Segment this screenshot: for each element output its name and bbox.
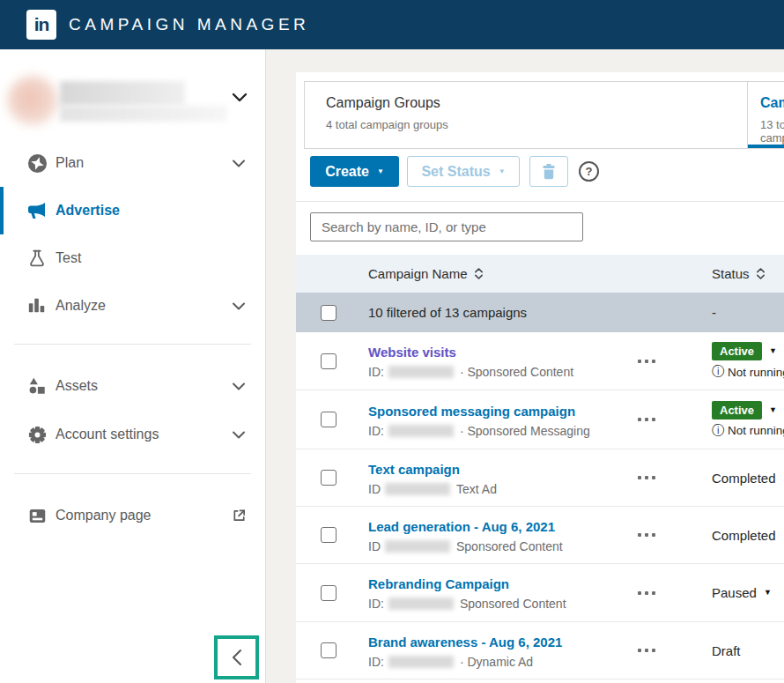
sidebar-item-label: Advertise — [55, 203, 120, 219]
chevron-down-icon — [231, 298, 247, 314]
column-header-campaign-name[interactable]: Campaign Name — [368, 266, 615, 281]
bar-chart-icon — [26, 295, 48, 316]
status-dropdown[interactable]: Paused ▼ — [712, 585, 784, 600]
app-title: CAMPAIGN MANAGER — [69, 0, 309, 49]
column-label: Status — [712, 266, 750, 281]
divider — [296, 201, 784, 202]
campaign-meta: ID:Sponsored Content — [368, 597, 615, 611]
campaign-table-body: Website visits ID:· Sponsored Content Ac… — [296, 332, 784, 679]
row-checkbox[interactable] — [321, 585, 337, 601]
chevron-down-icon — [231, 378, 247, 394]
campaign-meta: ID:· Sponsored Messaging — [368, 424, 615, 438]
row-menu-button[interactable] — [615, 360, 712, 363]
status-text: Draft — [712, 643, 784, 658]
sort-icon — [756, 267, 766, 280]
row-checkbox[interactable] — [321, 412, 337, 427]
set-status-button[interactable]: Set Status ▼ — [407, 156, 520, 187]
gear-icon — [26, 424, 48, 445]
table-row: Lead generation - Aug 6, 2021 IDSponsore… — [296, 507, 784, 564]
compass-icon — [26, 152, 48, 174]
status-note: ⓘ Not running — [712, 423, 784, 439]
campaign-meta: IDSponsored Content — [368, 539, 615, 553]
flask-icon — [26, 248, 48, 269]
table-row: Rebranding Campaign ID:Sponsored Content… — [296, 564, 784, 622]
select-all-checkbox[interactable] — [321, 305, 337, 321]
row-checkbox[interactable] — [321, 470, 337, 486]
sidebar-item-account-settings[interactable]: Account settings — [0, 411, 266, 458]
tab-subtitle: 4 total campaign groups — [326, 118, 747, 131]
caret-down-icon: ▼ — [377, 168, 384, 175]
sidebar-item-plan[interactable]: Plan — [0, 139, 266, 187]
caret-down-icon: ▼ — [769, 347, 777, 355]
column-header-status[interactable]: Status — [712, 266, 784, 281]
sidebar-item-label: Test — [55, 250, 81, 266]
chevron-down-icon — [231, 155, 247, 171]
help-button[interactable]: ? — [579, 161, 599, 182]
row-checkbox[interactable] — [321, 527, 337, 543]
tab-campaign-groups[interactable]: Campaign Groups 4 total campaign groups — [305, 82, 747, 148]
summary-status: - — [712, 305, 784, 320]
campaign-meta: ID:· Dynamic Ad — [368, 655, 615, 669]
create-button[interactable]: Create ▼ — [310, 156, 399, 187]
campaign-name-link[interactable]: Lead generation - Aug 6, 2021 — [368, 519, 555, 534]
entity-tabs: Campaign Groups 4 total campaign groups … — [304, 81, 784, 149]
shapes-icon — [26, 375, 48, 397]
row-menu-button[interactable] — [615, 591, 712, 595]
tab-campaigns[interactable]: Campaigns 13 total campaigns — [747, 82, 784, 148]
info-icon: ⓘ — [712, 364, 724, 380]
campaign-manager-app: in CAMPAIGN MANAGER Plan Adv — [0, 0, 784, 683]
sidebar-item-label: Account settings — [55, 427, 159, 442]
status-note: ⓘ Not running — [712, 364, 784, 380]
sidebar-item-analyze[interactable]: Analyze — [0, 282, 266, 330]
sidebar-collapse-button[interactable] — [231, 649, 243, 666]
info-icon: ⓘ — [712, 423, 724, 439]
campaign-name-link[interactable]: Website visits — [368, 345, 456, 360]
row-checkbox[interactable] — [321, 353, 337, 369]
campaign-name-link[interactable]: Rebranding Campaign — [368, 576, 509, 591]
status-dropdown[interactable]: Active ▼ — [712, 342, 784, 360]
sidebar-divider — [14, 344, 251, 345]
campaign-id-redacted — [388, 598, 454, 610]
filter-summary-row: 10 filtered of 13 campaigns - — [296, 293, 784, 332]
avatar — [7, 76, 58, 125]
campaign-name-link[interactable]: Brand awareness - Aug 6, 2021 — [368, 635, 562, 650]
status-text: Paused — [712, 585, 757, 600]
sidebar-item-label: Company page — [55, 508, 152, 523]
sidebar-item-label: Assets — [55, 378, 98, 394]
sidebar-item-assets[interactable]: Assets — [0, 362, 266, 410]
campaign-name-link[interactable]: Text campaign — [368, 462, 460, 477]
account-subtitle-redacted — [60, 106, 227, 122]
delete-button[interactable] — [529, 156, 568, 187]
status-dropdown[interactable]: Active ▼ — [712, 401, 784, 419]
campaign-id-redacted — [385, 540, 450, 553]
campaign-name-link[interactable]: Sponsored messaging campaign — [368, 404, 575, 419]
chevron-down-icon — [231, 427, 247, 442]
row-menu-button[interactable] — [615, 476, 712, 479]
account-name-redacted — [60, 81, 185, 106]
tab-title: Campaign Groups — [326, 95, 747, 111]
active-tab-indicator — [748, 145, 784, 148]
campaign-meta: ID:· Sponsored Content — [368, 365, 615, 379]
row-menu-button[interactable] — [615, 418, 712, 421]
search-input[interactable] — [310, 212, 583, 241]
tab-title: Campaigns — [760, 95, 784, 111]
question-mark-icon: ? — [586, 165, 593, 178]
row-menu-button[interactable] — [615, 533, 712, 537]
sidebar-item-company-page[interactable]: Company page — [0, 492, 266, 539]
sidebar-divider — [14, 473, 251, 474]
sidebar-item-label: Analyze — [55, 298, 106, 314]
row-checkbox[interactable] — [321, 642, 337, 658]
linkedin-logo-icon: in — [26, 10, 56, 40]
megaphone-icon — [26, 200, 48, 221]
table-row: Website visits ID:· Sponsored Content Ac… — [296, 332, 784, 390]
chevron-left-icon — [231, 649, 243, 666]
sidebar-item-advertise[interactable]: Advertise — [0, 187, 266, 234]
row-menu-button[interactable] — [615, 649, 712, 652]
campaign-id-redacted — [385, 483, 450, 495]
trash-icon — [541, 163, 557, 180]
table-row: Sponsored messaging campaign ID:· Sponso… — [296, 390, 784, 449]
table-header: Campaign Name Status — [296, 255, 784, 293]
tab-subtitle: 13 total campaigns — [760, 118, 784, 145]
status-badge: Active — [712, 342, 762, 360]
sidebar-item-test[interactable]: Test — [0, 234, 266, 282]
